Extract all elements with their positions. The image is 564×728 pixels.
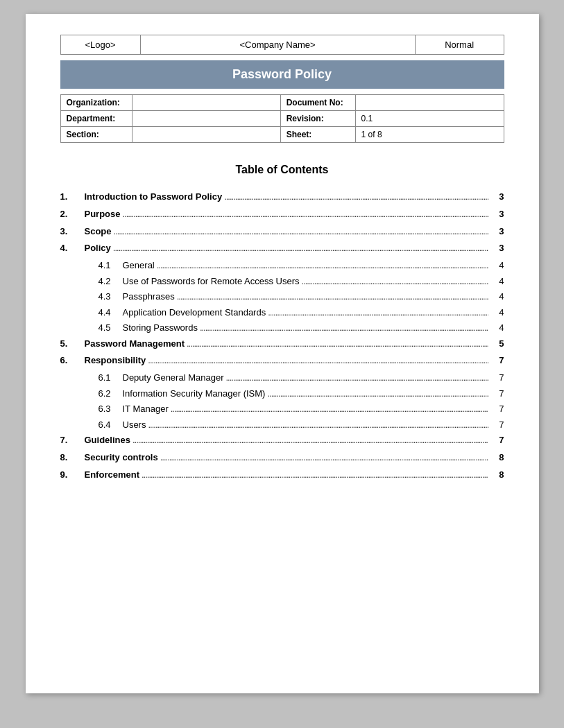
toc-dots-1 bbox=[224, 190, 488, 205]
toc-page-2: 3 bbox=[490, 207, 504, 222]
section-label: Section: bbox=[60, 127, 132, 143]
title-banner: Password Policy bbox=[60, 60, 504, 89]
toc-item-2: 2. Purpose 3 bbox=[60, 207, 504, 222]
toc-page-9: 8 bbox=[490, 468, 504, 483]
toc-page-1: 3 bbox=[490, 190, 504, 205]
sheet-label: Sheet: bbox=[280, 127, 355, 143]
toc-text-1: Introduction to Password Policy bbox=[85, 190, 223, 205]
toc-title: Table of Contents bbox=[60, 164, 504, 176]
toc-sub-6-1: 6.1 Deputy General Manager 7 bbox=[99, 371, 504, 385]
toc-number-8: 8. bbox=[60, 451, 85, 465]
toc-sub-text-4-4: Application Development Standards bbox=[123, 306, 266, 320]
toc-sub-page-4-4: 4 bbox=[490, 306, 504, 320]
toc-number-5: 5. bbox=[60, 337, 85, 352]
toc-sub-dots-4-2 bbox=[302, 275, 488, 288]
toc-sub-text-4-2: Use of Passwords for Remote Access Users bbox=[123, 275, 300, 288]
toc-page-3: 3 bbox=[490, 225, 504, 239]
info-table: Organization: Document No: Department: R… bbox=[60, 94, 504, 143]
dept-value bbox=[132, 111, 280, 127]
toc-sub-page-4-2: 4 bbox=[490, 275, 504, 288]
company-text: <Company Name> bbox=[240, 40, 316, 50]
toc-sub-num-4-3: 4.3 bbox=[99, 290, 123, 304]
toc-sub-6-4: 6.4 Users 7 bbox=[99, 418, 504, 432]
toc-sub-text-4-5: Storing Passwords bbox=[123, 321, 198, 335]
toc-sub-page-4-1: 4 bbox=[490, 259, 504, 272]
document-title: Password Policy bbox=[232, 67, 332, 81]
toc-sub-4-5: 4.5 Storing Passwords 4 bbox=[99, 321, 504, 335]
toc-number-4: 4. bbox=[60, 241, 85, 256]
toc-sub-6-2: 6.2 Information Security Manager (ISM) 7 bbox=[99, 387, 504, 401]
toc-dots-6 bbox=[148, 354, 488, 368]
toc-number-6: 6. bbox=[60, 354, 85, 368]
toc-dots-7 bbox=[133, 433, 488, 448]
org-value bbox=[132, 95, 280, 111]
toc-sub-dots-6-2 bbox=[267, 387, 488, 401]
toc-number-9: 9. bbox=[60, 468, 85, 483]
toc-sub-num-4-4: 4.4 bbox=[99, 306, 123, 320]
toc-dots-2 bbox=[123, 207, 488, 222]
toc-dots-4 bbox=[113, 241, 488, 256]
toc-sub-dots-4-4 bbox=[268, 306, 488, 320]
toc-sub-dots-4-5 bbox=[200, 321, 488, 335]
toc-sub-page-6-1: 7 bbox=[490, 371, 504, 385]
toc-sub-num-6-4: 6.4 bbox=[99, 418, 123, 432]
company-cell: <Company Name> bbox=[140, 35, 415, 55]
toc-text-5: Password Management bbox=[85, 337, 185, 352]
toc-sub-num-4-2: 4.2 bbox=[99, 275, 123, 288]
org-label: Organization: bbox=[60, 95, 132, 111]
toc-page-5: 5 bbox=[490, 337, 504, 352]
toc-number-2: 2. bbox=[60, 207, 85, 222]
toc-sub-text-6-1: Deputy General Manager bbox=[123, 371, 224, 385]
sheet-value: 1 of 8 bbox=[355, 127, 504, 143]
toc-page-6: 7 bbox=[490, 354, 504, 368]
toc-sub-dots-6-3 bbox=[171, 402, 488, 416]
toc-item-7: 7. Guidelines 7 bbox=[60, 433, 504, 448]
toc-sub-page-6-2: 7 bbox=[490, 387, 504, 401]
toc-sub-num-4-1: 4.1 bbox=[99, 259, 123, 272]
normal-cell: Normal bbox=[415, 35, 504, 55]
toc-sub-4-1: 4.1 General 4 bbox=[99, 259, 504, 272]
toc-sub-num-4-5: 4.5 bbox=[99, 321, 123, 335]
toc-sub-page-6-3: 7 bbox=[490, 402, 504, 416]
toc-text-4: Policy bbox=[85, 241, 111, 256]
toc-dots-9 bbox=[142, 468, 488, 483]
header-table: <Logo> <Company Name> Normal bbox=[60, 35, 504, 55]
toc-sub-4-2: 4.2 Use of Passwords for Remote Access U… bbox=[99, 275, 504, 288]
toc-item-8: 8. Security controls 8 bbox=[60, 451, 504, 465]
toc-sub-text-4-3: Passphrases bbox=[123, 290, 175, 304]
toc-number-7: 7. bbox=[60, 433, 85, 448]
toc-sub-num-6-3: 6.3 bbox=[99, 402, 123, 416]
toc-item-6: 6. Responsibility 7 bbox=[60, 354, 504, 368]
toc-text-9: Enforcement bbox=[85, 468, 139, 483]
toc-sub-dots-4-1 bbox=[157, 259, 488, 272]
toc-number-1: 1. bbox=[60, 190, 85, 205]
toc-container: 1. Introduction to Password Policy 3 2. … bbox=[60, 190, 504, 483]
toc-item-1: 1. Introduction to Password Policy 3 bbox=[60, 190, 504, 205]
toc-sub-text-6-4: Users bbox=[123, 418, 146, 432]
toc-sub-page-4-3: 4 bbox=[490, 290, 504, 304]
toc-number-3: 3. bbox=[60, 225, 85, 239]
normal-text: Normal bbox=[445, 40, 474, 50]
toc-page-4: 3 bbox=[490, 241, 504, 256]
toc-item-9: 9. Enforcement 8 bbox=[60, 468, 504, 483]
logo-cell: <Logo> bbox=[60, 35, 140, 55]
toc-item-4: 4. Policy 3 bbox=[60, 241, 504, 256]
toc-text-8: Security controls bbox=[85, 451, 158, 465]
revision-value: 0.1 bbox=[355, 111, 504, 127]
toc-sub-num-6-1: 6.1 bbox=[99, 371, 123, 385]
toc-item-3: 3. Scope 3 bbox=[60, 225, 504, 239]
logo-text: <Logo> bbox=[85, 40, 115, 50]
section-value bbox=[132, 127, 280, 143]
toc-sub-num-6-2: 6.2 bbox=[99, 387, 123, 401]
toc-sub-dots-4-3 bbox=[177, 290, 488, 304]
toc-sub-text-6-3: IT Manager bbox=[123, 402, 169, 416]
toc-sub-6-3: 6.3 IT Manager 7 bbox=[99, 402, 504, 416]
dept-label: Department: bbox=[60, 111, 132, 127]
toc-text-7: Guidelines bbox=[85, 433, 130, 448]
toc-sub-dots-6-4 bbox=[148, 418, 488, 432]
toc-sub-text-6-2: Information Security Manager (ISM) bbox=[123, 387, 266, 401]
toc-page-7: 7 bbox=[490, 433, 504, 448]
toc-page-8: 8 bbox=[490, 451, 504, 465]
toc-dots-5 bbox=[187, 337, 488, 352]
toc-sub-4-4: 4.4 Application Development Standards 4 bbox=[99, 306, 504, 320]
